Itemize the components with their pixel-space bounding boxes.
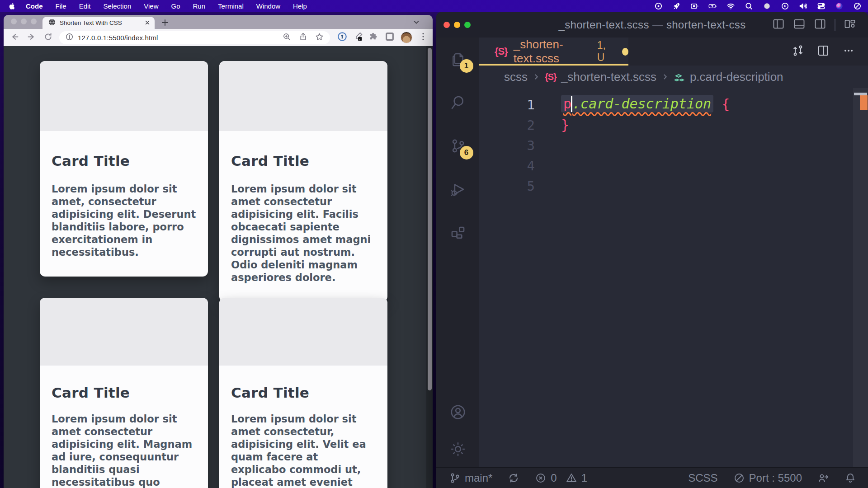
source-control-icon[interactable]: 6 bbox=[449, 137, 467, 155]
editor-tab[interactable]: {S} _shorten-text.scss 1, U bbox=[479, 38, 628, 66]
menu-edit[interactable]: Edit bbox=[79, 2, 91, 10]
error-count: 0 bbox=[551, 472, 557, 484]
customize-layout-icon[interactable] bbox=[844, 18, 856, 32]
extensions-puzzle-icon[interactable] bbox=[369, 32, 379, 43]
code-editor[interactable]: 1 p.card-description { 2 } 3 4 5 bbox=[479, 88, 868, 467]
live-share-button[interactable] bbox=[817, 472, 829, 484]
browser-menu-kebab-icon[interactable] bbox=[418, 32, 428, 43]
menu-app-name[interactable]: Code bbox=[26, 2, 43, 10]
sync-changes-button[interactable] bbox=[508, 472, 519, 484]
menu-terminal[interactable]: Terminal bbox=[218, 2, 244, 10]
site-info-icon[interactable] bbox=[66, 33, 73, 42]
color-picker-extension-icon[interactable] bbox=[353, 32, 363, 43]
share-icon[interactable] bbox=[299, 33, 307, 43]
zoom-window-button[interactable] bbox=[31, 19, 37, 24]
toggle-panel-icon[interactable] bbox=[793, 18, 806, 32]
problems-status[interactable]: 0 1 bbox=[535, 472, 587, 484]
square-extension-icon[interactable] bbox=[385, 32, 395, 43]
minimize-window-button[interactable] bbox=[21, 19, 27, 24]
menu-selection[interactable]: Selection bbox=[104, 2, 132, 10]
menu-view[interactable]: View bbox=[144, 2, 158, 10]
editor-scrollbar[interactable] bbox=[853, 88, 868, 467]
url-text[interactable]: 127.0.0.1:5500/index.html bbox=[78, 34, 278, 42]
globe-favicon bbox=[48, 19, 56, 28]
focus-clock-icon[interactable] bbox=[853, 2, 862, 10]
card-image-placeholder bbox=[219, 61, 387, 131]
line-number: 3 bbox=[479, 138, 535, 153]
close-window-button[interactable] bbox=[11, 19, 17, 24]
chevron-right-icon bbox=[532, 73, 540, 81]
reload-icon[interactable] bbox=[43, 32, 53, 43]
forward-icon[interactable] bbox=[27, 32, 36, 43]
git-branch-status[interactable]: main* bbox=[449, 472, 492, 484]
search-icon[interactable] bbox=[449, 94, 467, 112]
toggle-primary-sidebar-icon[interactable] bbox=[772, 18, 785, 32]
open-changes-icon[interactable] bbox=[791, 44, 805, 59]
minimize-window-button[interactable] bbox=[454, 22, 460, 28]
card: Card Title Lorem ipsum dolor sit amet, c… bbox=[40, 61, 208, 277]
card-image-placeholder bbox=[40, 61, 208, 131]
toggle-secondary-sidebar-icon[interactable] bbox=[814, 18, 826, 32]
close-window-button[interactable] bbox=[443, 22, 450, 28]
extensions-icon[interactable] bbox=[449, 224, 467, 242]
zoom-page-icon[interactable] bbox=[283, 33, 291, 43]
code-line-2[interactable]: } bbox=[561, 117, 569, 133]
warning-overview-marker bbox=[860, 95, 868, 110]
record-target-icon[interactable] bbox=[654, 2, 663, 10]
breadcrumb-folder[interactable]: scss bbox=[504, 70, 528, 84]
menu-help[interactable]: Help bbox=[293, 2, 307, 10]
new-tab-button[interactable] bbox=[161, 19, 169, 27]
port-icon bbox=[733, 472, 745, 484]
menu-go[interactable]: Go bbox=[171, 2, 180, 10]
language-mode[interactable]: SCSS bbox=[688, 472, 717, 484]
explorer-icon[interactable]: 1 bbox=[449, 50, 467, 68]
bookmark-star-icon[interactable] bbox=[315, 33, 324, 43]
tab-search-chevron-icon[interactable] bbox=[413, 19, 420, 26]
profile-avatar[interactable] bbox=[401, 32, 412, 43]
control-center-icon[interactable] bbox=[817, 2, 826, 10]
code-line-1[interactable]: p.card-description { bbox=[561, 96, 730, 114]
card-image-placeholder bbox=[40, 298, 208, 366]
sass-file-icon: {S} bbox=[545, 72, 557, 82]
tab-close-icon[interactable] bbox=[145, 19, 150, 27]
screen-record-icon[interactable] bbox=[781, 2, 789, 10]
rocket-icon[interactable] bbox=[672, 2, 681, 10]
run-debug-icon[interactable] bbox=[449, 180, 467, 198]
unsaved-changes-dot[interactable] bbox=[622, 48, 628, 56]
warning-count: 1 bbox=[581, 472, 587, 484]
scrollbar-thumb[interactable] bbox=[428, 48, 432, 390]
macos-menubar: Code File Edit Selection View Go Run Ter… bbox=[0, 0, 868, 12]
account-icon[interactable] bbox=[449, 403, 467, 421]
vscode-window-controls[interactable] bbox=[443, 22, 471, 28]
wifi-icon[interactable] bbox=[726, 2, 735, 10]
screen-mirroring-icon[interactable] bbox=[690, 2, 699, 10]
battery-icon[interactable] bbox=[708, 2, 717, 10]
breadcrumb-symbol[interactable]: p.card-description bbox=[690, 70, 783, 84]
menu-run[interactable]: Run bbox=[193, 2, 206, 10]
zoom-window-button[interactable] bbox=[464, 22, 471, 28]
breadcrumb-file[interactable]: _shorten-text.scss bbox=[561, 70, 656, 84]
spotlight-search-icon[interactable] bbox=[745, 2, 753, 10]
live-server-port[interactable]: Port : 5500 bbox=[733, 472, 802, 484]
password-manager-extension-icon[interactable] bbox=[337, 32, 347, 43]
apple-icon[interactable] bbox=[8, 2, 16, 10]
sync-icon bbox=[508, 472, 519, 484]
page-scrollbar[interactable] bbox=[426, 46, 433, 488]
volume-icon[interactable] bbox=[799, 2, 807, 10]
split-editor-icon[interactable] bbox=[816, 44, 830, 59]
symbol-class-icon bbox=[674, 71, 685, 83]
menu-file[interactable]: File bbox=[56, 2, 66, 10]
settings-gear-icon[interactable] bbox=[449, 440, 467, 458]
browser-window-controls[interactable] bbox=[11, 19, 37, 24]
vscode-titlebar[interactable]: _shorten-text.scss — shorten-text-css bbox=[436, 12, 868, 38]
siri-icon[interactable] bbox=[835, 2, 844, 10]
back-icon[interactable] bbox=[10, 32, 19, 43]
browser-tab[interactable]: Shorten Text With CSS bbox=[42, 17, 155, 29]
activity-bar: 1 6 bbox=[436, 38, 479, 467]
card: Card Title Lorem ipsum dolor sit amet co… bbox=[40, 298, 208, 488]
card-image-placeholder bbox=[219, 298, 387, 366]
notifications-button[interactable] bbox=[844, 472, 856, 484]
more-actions-icon[interactable] bbox=[842, 44, 855, 59]
address-bar[interactable]: 127.0.0.1:5500/index.html bbox=[59, 31, 330, 44]
menu-window[interactable]: Window bbox=[256, 2, 280, 10]
